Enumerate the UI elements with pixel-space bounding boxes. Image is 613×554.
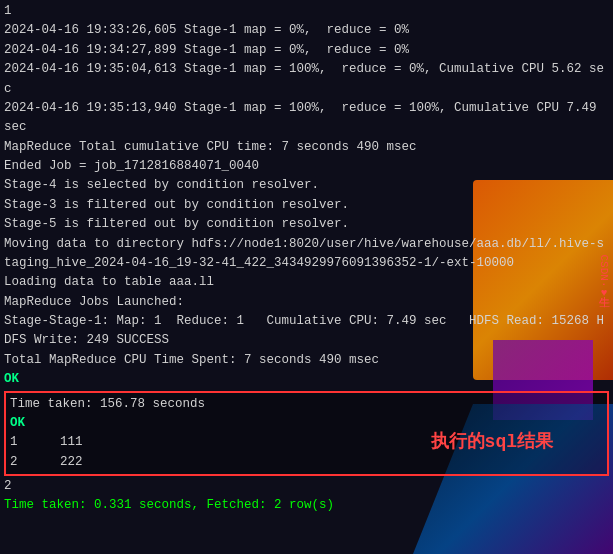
- line-3: 2024-04-16 19:34:27,899 Stage-1 map = 0%…: [4, 41, 609, 60]
- terminal-content: 1 2024-04-16 19:33:26,605 Stage-1 map = …: [0, 0, 613, 518]
- line-12: Loading data to table aaa.ll: [4, 273, 609, 292]
- line-6: MapReduce Total cumulative CPU time: 7 s…: [4, 138, 609, 157]
- line-2: 2024-04-16 19:33:26,605 Stage-1 map = 0%…: [4, 21, 609, 40]
- result-highlight-box: Time taken: 156.78 seconds OK 1 111 执行的s…: [4, 391, 609, 477]
- line-11: Moving data to directory hdfs://node1:80…: [4, 235, 609, 274]
- line-10: Stage-5 is filtered out by condition res…: [4, 215, 609, 234]
- line-8: Stage-4 is selected by condition resolve…: [4, 176, 609, 195]
- line-4: 2024-04-16 19:35:04,613 Stage-1 map = 10…: [4, 60, 609, 99]
- line-15: Total MapReduce CPU Time Spent: 7 second…: [4, 351, 609, 370]
- line-ok-1: OK: [4, 370, 609, 389]
- line-5: 2024-04-16 19:35:13,940 Stage-1 map = 10…: [4, 99, 609, 138]
- result-col1-2: 2: [10, 453, 60, 472]
- result-row-1: 1 111 执行的sql结果: [10, 433, 603, 452]
- line-1: 1: [4, 2, 609, 21]
- watermark: CSDN·牛生♥: [596, 254, 611, 299]
- line-fetched: 2: [4, 477, 609, 496]
- line-9: Stage-3 is filtered out by condition res…: [4, 196, 609, 215]
- line-time-taken: Time taken: 156.78 seconds: [10, 395, 603, 414]
- line-14: Stage-Stage-1: Map: 1 Reduce: 1 Cumulati…: [4, 312, 609, 351]
- result-col2-2: 222: [60, 453, 120, 472]
- line-7: Ended Job = job_1712816884071_0040: [4, 157, 609, 176]
- result-col2-1: 111: [60, 433, 120, 452]
- line-13: MapReduce Jobs Launched:: [4, 293, 609, 312]
- sql-result-label: 执行的sql结果: [431, 429, 553, 457]
- result-col1-1: 1: [10, 433, 60, 452]
- line-prompt: Time taken: 0.331 seconds, Fetched: 2 ro…: [4, 496, 609, 515]
- terminal-window: 1 2024-04-16 19:33:26,605 Stage-1 map = …: [0, 0, 613, 554]
